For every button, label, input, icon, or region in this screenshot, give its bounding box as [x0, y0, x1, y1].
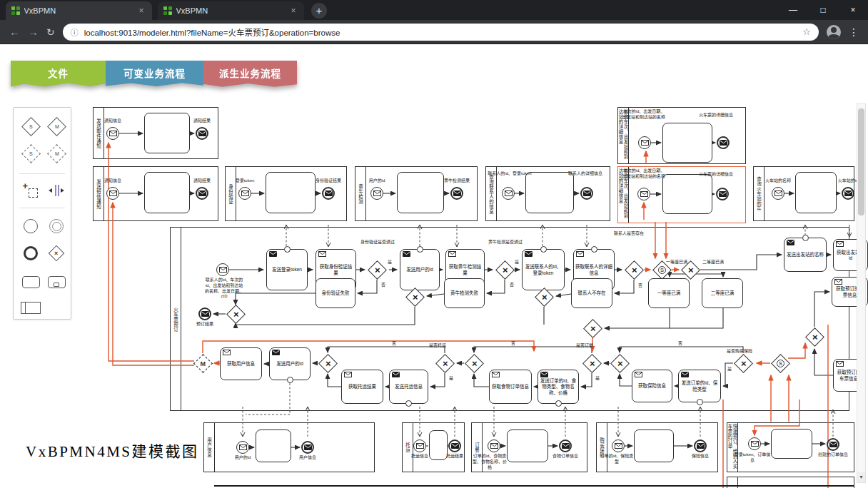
bpmn-task[interactable]: 发送订单的id、食物类型、食物名称、价格: [538, 370, 579, 404]
browser-menu-icon[interactable]: ⋮: [849, 26, 859, 38]
bpmn-start-event[interactable]: [748, 437, 761, 450]
bpmn-task[interactable]: 发送登录token: [266, 249, 308, 290]
palette-intermediate-event[interactable]: [46, 216, 66, 236]
event-label: 食物订单信息: [544, 454, 587, 459]
bpmn-task[interactable]: [634, 429, 674, 462]
tab-title: VxBPMN: [24, 6, 133, 15]
bpmn-end-event[interactable]: [827, 438, 839, 451]
bpmn-end-event[interactable]: [301, 441, 314, 454]
bpmn-start-event[interactable]: [638, 136, 651, 149]
boundary-event[interactable]: [591, 246, 597, 253]
tab-close-icon[interactable]: ×: [136, 6, 146, 16]
bpmn-task[interactable]: 二等座已满: [702, 278, 743, 308]
bpmn-task[interactable]: 一等座已满: [648, 278, 690, 308]
browser-tab-1[interactable]: VxBPMN ×: [6, 1, 152, 20]
ribbon-tab-file[interactable]: 文件: [11, 61, 106, 89]
bpmn-start-event[interactable]: [772, 187, 784, 200]
boundary-event[interactable]: [417, 246, 423, 253]
bpmn-task[interactable]: 身份验证失败: [316, 278, 355, 308]
palette-pool[interactable]: [21, 298, 41, 317]
bpmn-task[interactable]: 发送托运信息: [389, 370, 428, 404]
boundary-event[interactable]: [555, 400, 562, 407]
address-bar[interactable]: ⓘ localhost:9013/modeler.html?fileName=火…: [63, 24, 819, 41]
forward-icon[interactable]: →: [28, 26, 39, 38]
bookmark-star-icon[interactable]: ☆: [802, 26, 811, 37]
bpmn-end-event[interactable]: [694, 439, 707, 452]
bpmn-start-event[interactable]: [488, 439, 500, 452]
bpmn-start-event[interactable]: [106, 187, 119, 200]
bpmn-task[interactable]: 发送用户的id: [400, 249, 440, 290]
close-button[interactable]: ×: [838, 5, 868, 15]
bpmn-start-event[interactable]: [216, 263, 229, 276]
tab-close-icon[interactable]: ×: [288, 6, 298, 16]
bpmn-end-event[interactable]: [717, 136, 730, 149]
palette-subprocess[interactable]: [46, 272, 66, 292]
minimize-button[interactable]: —: [778, 5, 808, 15]
boundary-event[interactable]: [802, 235, 809, 241]
bpmn-task[interactable]: [525, 172, 574, 213]
scrollbar-down-icon[interactable]: ▾: [857, 472, 865, 482]
bpmn-start-event[interactable]: [370, 187, 383, 200]
back-icon[interactable]: ←: [9, 26, 20, 38]
reload-icon[interactable]: ↻: [46, 26, 55, 38]
bpmn-start-event[interactable]: [413, 439, 426, 452]
bpmn-task[interactable]: 发送订单的id、保险类型: [678, 370, 721, 402]
bpmn-end-event[interactable]: [448, 439, 461, 452]
bpmn-end-event[interactable]: [716, 188, 729, 200]
bpmn-task[interactable]: 获取食物订单信息: [489, 370, 532, 404]
bpmn-canvas[interactable]: VxBPMN × VxBPMN × + — □ × ← → ↻ ⓘ localh…: [0, 0, 868, 488]
ribbon-tab-derived-process[interactable]: 派生业务流程: [203, 61, 297, 89]
bpmn-end-event[interactable]: [198, 307, 211, 320]
bpmn-task[interactable]: 发送联系人的id、登录token: [522, 249, 565, 290]
palette-lasso-tool[interactable]: +: [21, 181, 41, 200]
event-label: 黄牛检测结果: [435, 178, 478, 184]
bpmn-task[interactable]: 获取托运结果: [341, 370, 383, 404]
bpmn-end-event[interactable]: [842, 187, 854, 200]
boundary-event[interactable]: [540, 246, 547, 253]
palette-end-event[interactable]: [21, 243, 41, 263]
palette-task[interactable]: [21, 272, 41, 292]
bpmn-start-event[interactable]: [106, 127, 119, 140]
bpmn-task[interactable]: [771, 429, 812, 459]
bpmn-task[interactable]: 联系人不存在: [571, 278, 612, 308]
bpmn-task[interactable]: [662, 174, 712, 214]
bpmn-start-event[interactable]: [502, 187, 515, 200]
palette-s-gateway[interactable]: S: [21, 116, 41, 136]
bpmn-task[interactable]: 获取用户信息: [220, 347, 262, 380]
bpmn-end-event[interactable]: [322, 187, 335, 200]
bpmn-task[interactable]: 发送出发站的名称: [784, 238, 827, 272]
bpmn-start-event[interactable]: [637, 188, 650, 200]
bpmn-end-event[interactable]: [559, 439, 572, 452]
bpmn-task[interactable]: 黄牛检测失败: [444, 278, 485, 308]
boundary-event[interactable]: [405, 400, 412, 407]
event-label: 预订结果: [183, 322, 226, 327]
bpmn-end-event[interactable]: [450, 187, 463, 200]
palette-s-gateway-dashed[interactable]: S: [21, 143, 41, 163]
ribbon-tab-variable-process[interactable]: 可变业务流程: [106, 61, 203, 89]
bpmn-task[interactable]: 发送用户的id: [269, 347, 311, 380]
profile-avatar[interactable]: [827, 25, 841, 39]
browser-tab-2[interactable]: VxBPMN ×: [158, 1, 304, 20]
bpmn-end-event[interactable]: [580, 187, 593, 200]
bpmn-end-event[interactable]: [196, 187, 208, 200]
bpmn-task[interactable]: [662, 123, 712, 163]
bpmn-task[interactable]: 获取保险信息: [632, 370, 672, 402]
scrollbar-thumb[interactable]: [858, 108, 864, 215]
bpmn-end-event[interactable]: [196, 127, 208, 140]
bpmn-start-event[interactable]: [238, 187, 251, 200]
new-tab-button[interactable]: +: [311, 3, 327, 19]
palette-start-event[interactable]: [21, 216, 41, 236]
canvas-scrollbar[interactable]: ▾: [857, 103, 866, 483]
bpmn-task[interactable]: [507, 429, 548, 462]
palette-m-gateway[interactable]: M: [46, 116, 66, 136]
palette-space-tool[interactable]: [46, 181, 66, 200]
boundary-event[interactable]: [697, 399, 703, 405]
boundary-event[interactable]: [287, 377, 293, 383]
palette-gateway[interactable]: ×: [46, 243, 66, 263]
bpmn-start-event[interactable]: [612, 439, 625, 452]
bpmn-start-event[interactable]: [236, 441, 249, 454]
info-icon[interactable]: ⓘ: [71, 26, 79, 38]
maximize-button[interactable]: □: [808, 5, 838, 15]
palette-m-gateway-dashed[interactable]: M: [46, 143, 66, 163]
boundary-event[interactable]: [284, 246, 291, 253]
